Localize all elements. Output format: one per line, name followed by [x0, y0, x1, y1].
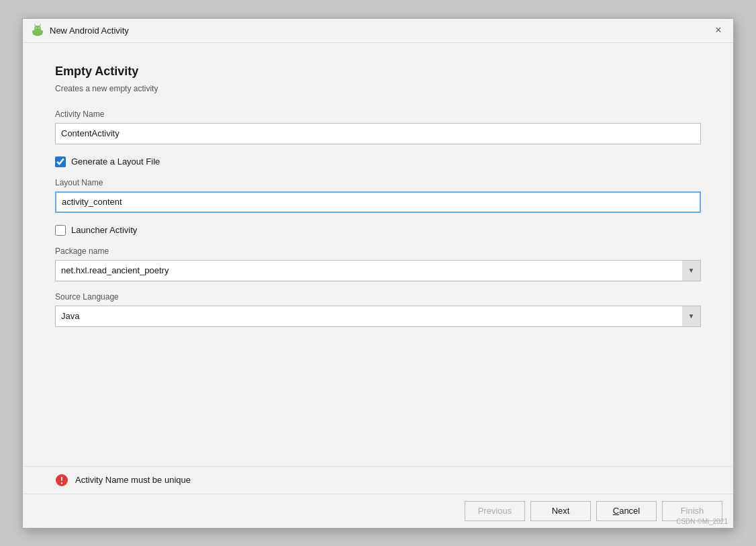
package-name-select[interactable]: net.hxl.read_ancient_poetry: [55, 260, 701, 281]
error-icon: [55, 473, 68, 487]
source-language-label: Source Language: [55, 292, 701, 302]
layout-name-label: Layout Name: [55, 178, 701, 187]
svg-rect-9: [34, 34, 36, 36]
svg-line-5: [35, 25, 36, 26]
generate-layout-label[interactable]: Generate a Layout File: [71, 156, 160, 167]
activity-name-input[interactable]: [55, 123, 701, 144]
svg-rect-12: [61, 477, 62, 481]
watermark: CSDN ©Mi_2021: [676, 518, 728, 525]
launcher-activity-row: Launcher Activity: [55, 225, 701, 236]
svg-rect-7: [32, 31, 34, 34]
launcher-activity-label[interactable]: Launcher Activity: [71, 225, 137, 235]
svg-rect-10: [40, 34, 41, 36]
dialog: New Android Activity × Empty Activity Cr…: [22, 18, 734, 529]
footer: Previous Next Cancel Finish CSDN ©Mi_202…: [23, 494, 733, 528]
source-language-select[interactable]: Java Kotlin: [55, 306, 701, 327]
close-button[interactable]: ×: [712, 24, 725, 37]
layout-name-input[interactable]: [55, 191, 701, 213]
section-subtitle: Creates a new empty activity: [55, 84, 701, 93]
svg-point-2: [34, 26, 41, 31]
dialog-title: New Android Activity: [50, 26, 129, 36]
source-language-wrapper: Java Kotlin ▼: [55, 306, 701, 327]
svg-rect-8: [42, 31, 43, 34]
cancel-button[interactable]: Cancel: [596, 501, 657, 521]
svg-point-13: [61, 482, 62, 484]
error-message: Activity Name must be unique: [75, 475, 191, 485]
launcher-activity-checkbox[interactable]: [55, 225, 66, 236]
android-icon: [31, 24, 44, 37]
cancel-label: Cancel: [613, 506, 640, 516]
next-button[interactable]: Next: [530, 501, 591, 521]
form-content: Empty Activity Creates a new empty activ…: [23, 43, 733, 466]
svg-point-4: [38, 28, 40, 29]
generate-layout-checkbox[interactable]: [55, 156, 66, 167]
svg-point-3: [36, 28, 37, 29]
activity-name-label: Activity Name: [55, 109, 701, 119]
error-bar: Activity Name must be unique: [23, 466, 733, 494]
package-name-label: Package name: [55, 246, 701, 256]
package-name-wrapper: net.hxl.read_ancient_poetry ▼: [55, 260, 701, 281]
section-title: Empty Activity: [55, 64, 701, 79]
previous-button[interactable]: Previous: [465, 501, 525, 521]
svg-line-6: [40, 25, 41, 26]
title-bar: New Android Activity ×: [23, 19, 733, 43]
generate-layout-row: Generate a Layout File: [55, 156, 701, 167]
